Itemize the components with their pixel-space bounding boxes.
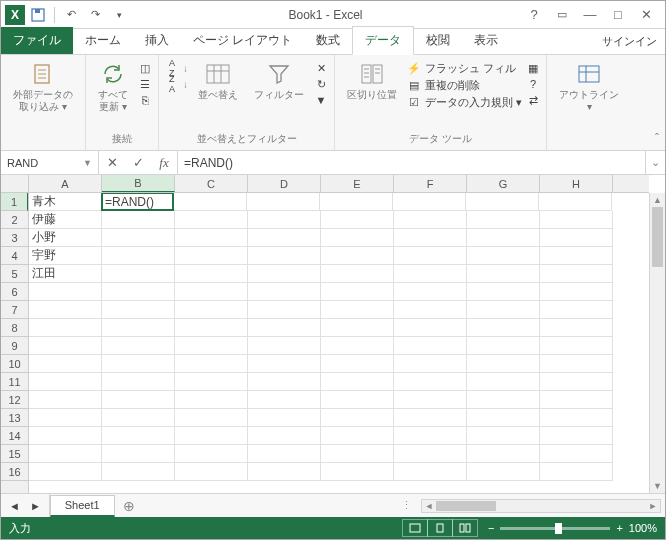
cell-C5[interactable] [175, 265, 248, 283]
cell-F6[interactable] [394, 283, 467, 301]
row-header[interactable]: 8 [1, 319, 28, 337]
cell-G12[interactable] [467, 391, 540, 409]
cell-C12[interactable] [175, 391, 248, 409]
undo-button[interactable]: ↶ [60, 4, 82, 26]
cell-D2[interactable] [248, 211, 321, 229]
cell-G7[interactable] [467, 301, 540, 319]
view-normal-button[interactable] [402, 519, 428, 537]
cell-G9[interactable] [467, 337, 540, 355]
cell-F9[interactable] [394, 337, 467, 355]
cell-B13[interactable] [102, 409, 175, 427]
cell-D4[interactable] [248, 247, 321, 265]
column-header[interactable]: C [175, 175, 248, 192]
tab-file[interactable]: ファイル [1, 27, 73, 54]
row-header[interactable]: 4 [1, 247, 28, 265]
row-header[interactable]: 3 [1, 229, 28, 247]
cell-A15[interactable] [29, 445, 102, 463]
cell-D3[interactable] [248, 229, 321, 247]
zoom-in-button[interactable]: + [616, 522, 622, 534]
maximize-button[interactable]: □ [605, 5, 631, 25]
cell-H13[interactable] [540, 409, 613, 427]
properties-button[interactable]: ☰ [138, 77, 152, 91]
sheet-nav[interactable]: ◄► [1, 494, 50, 517]
cell-G1[interactable] [466, 193, 539, 211]
cell-G8[interactable] [467, 319, 540, 337]
cell-H10[interactable] [540, 355, 613, 373]
column-header[interactable]: H [540, 175, 613, 192]
cell-G14[interactable] [467, 427, 540, 445]
cell-A11[interactable] [29, 373, 102, 391]
cell-H14[interactable] [540, 427, 613, 445]
cell-E9[interactable] [321, 337, 394, 355]
cell-G10[interactable] [467, 355, 540, 373]
cell-E1[interactable] [320, 193, 393, 211]
row-header[interactable]: 2 [1, 211, 28, 229]
cell-C14[interactable] [175, 427, 248, 445]
cell-E2[interactable] [321, 211, 394, 229]
cell-D7[interactable] [248, 301, 321, 319]
connections-button[interactable]: ◫ [138, 61, 152, 75]
cell-H16[interactable] [540, 463, 613, 481]
row-header[interactable]: 15 [1, 445, 28, 463]
cell-D16[interactable] [248, 463, 321, 481]
row-header[interactable]: 5 [1, 265, 28, 283]
expand-formula-bar-icon[interactable]: ⌄ [645, 151, 665, 174]
relationships-button[interactable]: ⇄ [526, 93, 540, 107]
tab-home[interactable]: ホーム [73, 27, 133, 54]
cell-B16[interactable] [102, 463, 175, 481]
sort-za-button[interactable]: ZA↓ [165, 77, 188, 91]
column-header[interactable]: G [467, 175, 540, 192]
cell-H8[interactable] [540, 319, 613, 337]
cell-C1[interactable] [174, 193, 247, 211]
outline-button[interactable]: アウトライン ▾ [553, 59, 625, 115]
close-button[interactable]: ✕ [633, 5, 659, 25]
cell-G13[interactable] [467, 409, 540, 427]
cancel-formula-button[interactable]: ✕ [99, 155, 125, 170]
sort-button[interactable]: 並べ替え [192, 59, 244, 103]
cell-A12[interactable] [29, 391, 102, 409]
cell-F5[interactable] [394, 265, 467, 283]
cell-E14[interactable] [321, 427, 394, 445]
cell-E4[interactable] [321, 247, 394, 265]
excel-icon[interactable]: X [5, 5, 25, 25]
enter-formula-button[interactable]: ✓ [125, 155, 151, 170]
clear-filter-button[interactable]: ✕ [314, 61, 328, 75]
cell-G5[interactable] [467, 265, 540, 283]
cell-H9[interactable] [540, 337, 613, 355]
filter-button[interactable]: フィルター [248, 59, 310, 103]
row-header[interactable]: 7 [1, 301, 28, 319]
cell-B8[interactable] [102, 319, 175, 337]
cell-E3[interactable] [321, 229, 394, 247]
cell-H2[interactable] [540, 211, 613, 229]
cell-C11[interactable] [175, 373, 248, 391]
view-page-layout-button[interactable] [427, 519, 453, 537]
cell-B3[interactable] [102, 229, 175, 247]
row-header[interactable]: 9 [1, 337, 28, 355]
row-header[interactable]: 13 [1, 409, 28, 427]
cell-H15[interactable] [540, 445, 613, 463]
cell-E7[interactable] [321, 301, 394, 319]
cell-C8[interactable] [175, 319, 248, 337]
cell-F10[interactable] [394, 355, 467, 373]
row-header[interactable]: 6 [1, 283, 28, 301]
cell-C16[interactable] [175, 463, 248, 481]
cell-B4[interactable] [102, 247, 175, 265]
sign-in-link[interactable]: サインイン [602, 34, 657, 49]
cell-E10[interactable] [321, 355, 394, 373]
cell-A10[interactable] [29, 355, 102, 373]
cell-D15[interactable] [248, 445, 321, 463]
column-header[interactable]: A [29, 175, 102, 192]
data-validation-button[interactable]: ☑データの入力規則 ▾ [407, 95, 522, 110]
cell-G4[interactable] [467, 247, 540, 265]
cell-F11[interactable] [394, 373, 467, 391]
cell-H4[interactable] [540, 247, 613, 265]
cell-H11[interactable] [540, 373, 613, 391]
cell-B1[interactable]: =RAND() [101, 193, 174, 211]
remove-duplicates-button[interactable]: ▤重複の削除 [407, 78, 522, 93]
cell-E8[interactable] [321, 319, 394, 337]
refresh-all-button[interactable]: すべて 更新 ▾ [92, 59, 134, 115]
cell-C13[interactable] [175, 409, 248, 427]
cell-D10[interactable] [248, 355, 321, 373]
tab-data[interactable]: データ [352, 26, 414, 55]
external-data-button[interactable]: 外部データの 取り込み ▾ [7, 59, 79, 115]
